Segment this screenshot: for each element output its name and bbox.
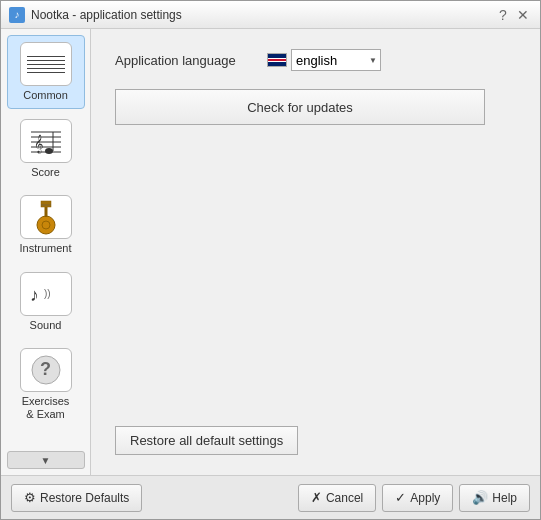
language-select-wrapper: english polski deutsch français ▼ [267,49,381,71]
sidebar: Common 𝄞 Score [1,29,91,475]
bottom-right: ✗ Cancel ✓ Apply 🔊 Help [298,484,530,512]
common-icon [20,42,72,86]
title-bar-controls: ? ✕ [494,6,532,24]
sidebar-label-score: Score [31,166,60,179]
title-bar: ♪ Nootka - application settings ? ✕ [1,1,540,29]
help-label: Help [492,491,517,505]
sidebar-scroll-down[interactable]: ▼ [7,451,85,469]
exercises-icon: ? [20,348,72,392]
bottom-bar: ⚙ Restore Defaults ✗ Cancel ✓ Apply 🔊 He… [1,475,540,519]
instrument-icon [20,195,72,239]
svg-text:𝄞: 𝄞 [34,134,43,154]
restore-defaults-label: Restore Defaults [40,491,129,505]
content-area: Common 𝄞 Score [1,29,540,475]
svg-point-6 [45,148,53,154]
sidebar-label-sound: Sound [30,319,62,332]
check-updates-section: Check for updates [115,89,516,125]
main-panel: Application language english polski deut… [91,29,540,475]
app-icon: ♪ [9,7,25,23]
sidebar-item-common[interactable]: Common [7,35,85,109]
application-window: ♪ Nootka - application settings ? ✕ Comm… [0,0,541,520]
sidebar-label-common: Common [23,89,68,102]
cancel-button[interactable]: ✗ Cancel [298,484,376,512]
main-spacer [115,143,516,408]
sidebar-item-instrument[interactable]: Instrument [7,189,85,261]
scroll-down-icon: ▼ [41,455,51,466]
language-label: Application language [115,53,255,68]
help-bottom-button[interactable]: 🔊 Help [459,484,530,512]
restore-defaults-button[interactable]: ⚙ Restore Defaults [11,484,142,512]
apply-icon: ✓ [395,490,406,505]
window-title: Nootka - application settings [31,8,182,22]
score-icon: 𝄞 [20,119,72,163]
svg-point-8 [37,216,55,234]
restore-all-defaults-button[interactable]: Restore all default settings [115,426,298,455]
close-button[interactable]: ✕ [514,6,532,24]
bottom-left: ⚙ Restore Defaults [11,484,142,512]
svg-rect-11 [41,201,51,207]
apply-label: Apply [410,491,440,505]
svg-text:?: ? [40,359,51,379]
sound-icon: ♪ )) [20,272,72,316]
language-select[interactable]: english polski deutsch français [291,49,381,71]
sidebar-item-exercises[interactable]: ? Exercises& Exam [7,342,85,427]
sidebar-label-exercises: Exercises& Exam [22,395,70,421]
cancel-label: Cancel [326,491,363,505]
cancel-icon: ✗ [311,490,322,505]
sidebar-item-score[interactable]: 𝄞 Score [7,113,85,185]
svg-text:)): )) [44,288,51,299]
language-row: Application language english polski deut… [115,49,516,71]
flag-icon [267,53,287,67]
svg-text:♪: ♪ [30,285,39,305]
language-select-container: english polski deutsch français ▼ [291,49,381,71]
sidebar-item-sound[interactable]: ♪ )) Sound [7,266,85,338]
title-bar-left: ♪ Nootka - application settings [9,7,182,23]
apply-button[interactable]: ✓ Apply [382,484,453,512]
check-updates-button[interactable]: Check for updates [115,89,485,125]
help-bottom-icon: 🔊 [472,490,488,505]
help-button[interactable]: ? [494,6,512,24]
restore-defaults-icon: ⚙ [24,490,36,505]
restore-section: Restore all default settings [115,426,516,455]
sidebar-label-instrument: Instrument [20,242,72,255]
